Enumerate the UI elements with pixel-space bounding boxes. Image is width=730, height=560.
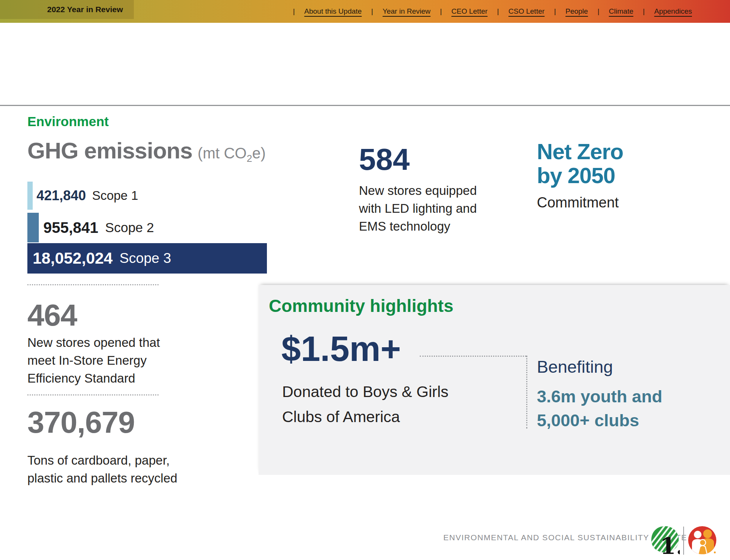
nav-link-appendices[interactable]: Appendices bbox=[654, 7, 692, 16]
family-dollar-logo bbox=[687, 526, 717, 555]
benefiting-label: Benefiting bbox=[537, 357, 613, 377]
year-in-review-tab[interactable]: 2022 Year in Review bbox=[0, 0, 134, 19]
ghg-title-text: GHG emissions bbox=[27, 138, 192, 163]
nav-link-ceo-letter[interactable]: CEO Letter bbox=[451, 7, 487, 16]
scope1-value: 421,840 bbox=[36, 188, 86, 204]
nav-separator: | bbox=[371, 7, 373, 16]
report-title: 2022 Year in Review bbox=[0, 5, 123, 14]
section-label-environment: Environment bbox=[27, 114, 109, 129]
donation-caption: Donated to Boys & Girls Clubs of America bbox=[282, 379, 449, 430]
dotted-connector-horizontal bbox=[420, 356, 526, 357]
nav-separator: | bbox=[497, 7, 499, 16]
nav-separator: | bbox=[597, 7, 599, 16]
ghg-bar-row-scope2: 955,841 Scope 2 bbox=[27, 213, 154, 242]
dotted-divider bbox=[27, 284, 159, 285]
nav-link-year-in-review[interactable]: Year in Review bbox=[382, 7, 430, 16]
stat-new-stores-caption: New stores opened that meet In-Store Ene… bbox=[27, 334, 160, 388]
stat-led-stores-caption: New stores equipped with LED lighting an… bbox=[359, 182, 477, 236]
brand-logos: 1. bbox=[650, 526, 717, 555]
scope3-value: 18,052,024 bbox=[33, 249, 113, 267]
scope2-bar bbox=[27, 213, 39, 242]
nav-separator: | bbox=[440, 7, 442, 16]
header-divider-rule bbox=[0, 105, 730, 106]
ghg-bar-row-scope3: 18,052,024 Scope 3 bbox=[27, 243, 267, 274]
nav-link-cso-letter[interactable]: CSO Letter bbox=[508, 7, 544, 16]
nav-link-people[interactable]: People bbox=[565, 7, 588, 16]
donation-amount: $1.5m+ bbox=[281, 331, 401, 366]
dotted-divider bbox=[27, 394, 159, 395]
scope2-label: Scope 2 bbox=[105, 220, 154, 235]
logo-divider bbox=[683, 527, 684, 555]
dollar-tree-one-mark: 1. bbox=[660, 533, 680, 555]
nav-separator: | bbox=[643, 7, 645, 16]
scope1-bar bbox=[27, 182, 33, 210]
community-highlights-title: Community highlights bbox=[269, 296, 454, 316]
top-nav-bar: 2022 Year in Review | About this Update … bbox=[0, 0, 730, 23]
nav-link-climate[interactable]: Climate bbox=[609, 7, 633, 16]
stat-new-stores-value: 464 bbox=[27, 300, 77, 331]
stat-recycled-caption: Tons of cardboard, paper, plastic and pa… bbox=[27, 451, 177, 487]
ghg-emissions-title: GHG emissions(mt CO2e) bbox=[27, 138, 266, 165]
stat-led-stores-value: 584 bbox=[359, 144, 409, 175]
nav-link-about-this-update[interactable]: About this Update bbox=[304, 7, 362, 16]
nav-separator: | bbox=[554, 7, 556, 16]
dollar-tree-logo: 1. bbox=[650, 526, 680, 555]
dotted-connector-vertical bbox=[526, 356, 527, 429]
scope3-label: Scope 3 bbox=[119, 250, 171, 266]
ghg-unit-subscript: 2 bbox=[247, 153, 252, 164]
net-zero-commitment-title: Net Zero by 2050 bbox=[537, 140, 623, 187]
benefiting-value: 3.6m youth and 5,000+ clubs bbox=[537, 384, 662, 432]
stat-recycled-value: 370,679 bbox=[27, 407, 135, 438]
ghg-unit: (mt CO2e) bbox=[198, 145, 266, 161]
scope1-label: Scope 1 bbox=[92, 188, 138, 203]
nav-separator: | bbox=[293, 7, 295, 16]
report-page: 2022 Year in Review | About this Update … bbox=[0, 0, 730, 560]
scope2-value: 955,841 bbox=[43, 219, 98, 236]
net-zero-commitment-caption: Commitment bbox=[537, 195, 619, 211]
top-nav: | About this Update | Year in Review | C… bbox=[283, 0, 692, 23]
ghg-bar-row-scope1: 421,840 Scope 1 bbox=[27, 182, 138, 210]
